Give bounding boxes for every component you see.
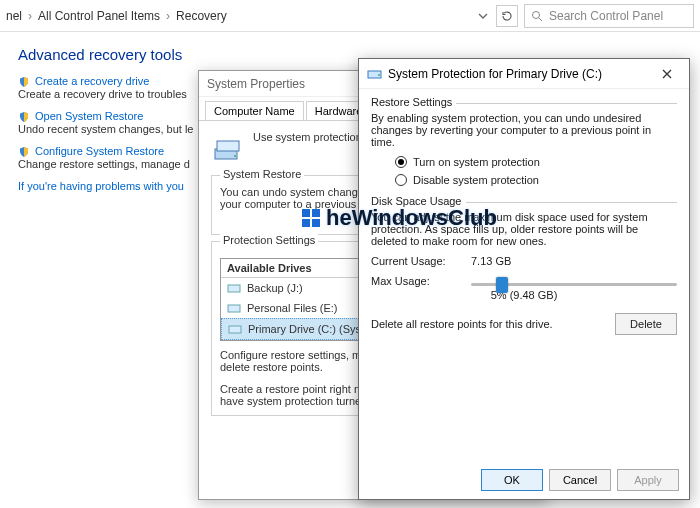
open-system-restore-link[interactable]: Open System Restore — [35, 110, 143, 122]
close-icon — [662, 69, 672, 79]
current-usage-label: Current Usage: — [371, 255, 461, 267]
configure-system-restore-link[interactable]: Configure System Restore — [35, 145, 164, 157]
search-icon — [531, 10, 543, 22]
system-restore-group-label: System Restore — [220, 168, 304, 180]
slider-value: 5% (9.48 GB) — [371, 289, 677, 301]
cancel-button[interactable]: Cancel — [549, 469, 611, 491]
refresh-button[interactable] — [496, 5, 518, 27]
drive-icon — [227, 281, 241, 295]
search-input[interactable]: Search Control Panel — [524, 4, 694, 28]
close-button[interactable] — [653, 64, 681, 84]
chevron-right-icon: › — [28, 9, 32, 23]
svg-point-9 — [378, 74, 380, 76]
disk-space-desc: You can adjust the maximum disk space us… — [371, 211, 677, 247]
delete-button[interactable]: Delete — [615, 313, 677, 335]
svg-line-1 — [539, 18, 542, 21]
svg-rect-6 — [228, 305, 240, 312]
crumb-prev[interactable]: nel — [6, 9, 22, 23]
slider-thumb[interactable] — [496, 277, 508, 293]
svg-point-0 — [533, 11, 540, 18]
chevron-right-icon: › — [166, 9, 170, 23]
system-protection-dialog: System Protection for Primary Drive (C:)… — [358, 58, 690, 500]
history-dropdown-button[interactable] — [472, 5, 494, 27]
shield-icon — [18, 76, 30, 88]
svg-rect-3 — [217, 141, 239, 151]
shield-icon — [18, 111, 30, 123]
max-usage-label: Max Usage: — [371, 275, 461, 287]
max-usage-slider[interactable] — [471, 283, 677, 286]
address-toolbar: nel › All Control Panel Items › Recovery… — [0, 0, 700, 32]
radio-turn-on[interactable]: Turn on system protection — [395, 156, 677, 168]
apply-button[interactable]: Apply — [617, 469, 679, 491]
delete-restore-text: Delete all restore points for this drive… — [371, 318, 607, 330]
svg-point-4 — [234, 155, 236, 157]
system-protection-title: System Protection for Primary Drive (C:) — [388, 67, 653, 81]
search-placeholder: Search Control Panel — [549, 9, 663, 23]
svg-rect-5 — [228, 285, 240, 292]
ok-button[interactable]: OK — [481, 469, 543, 491]
drive-icon — [228, 322, 242, 336]
protection-settings-group-label: Protection Settings — [220, 234, 318, 246]
radio-icon-checked — [395, 156, 407, 168]
crumb-all-items[interactable]: All Control Panel Items — [38, 9, 160, 23]
disk-space-label: Disk Space Usage — [371, 195, 466, 207]
drive-icon — [227, 301, 241, 315]
crumb-recovery[interactable]: Recovery — [176, 9, 227, 23]
tab-computer-name[interactable]: Computer Name — [205, 101, 304, 120]
shield-icon — [18, 146, 30, 158]
svg-rect-7 — [229, 326, 241, 333]
system-protection-titlebar[interactable]: System Protection for Primary Drive (C:) — [359, 59, 689, 89]
restore-settings-desc: By enabling system protection, you can u… — [371, 112, 677, 148]
radio-icon — [395, 174, 407, 186]
breadcrumb[interactable]: nel › All Control Panel Items › Recovery — [6, 9, 227, 23]
restore-settings-label: Restore Settings — [371, 96, 456, 108]
system-protection-icon — [211, 131, 245, 165]
radio-disable[interactable]: Disable system protection — [395, 174, 677, 186]
current-usage-value: 7.13 GB — [471, 255, 511, 267]
create-recovery-drive-link[interactable]: Create a recovery drive — [35, 75, 149, 87]
drive-icon — [367, 66, 383, 82]
